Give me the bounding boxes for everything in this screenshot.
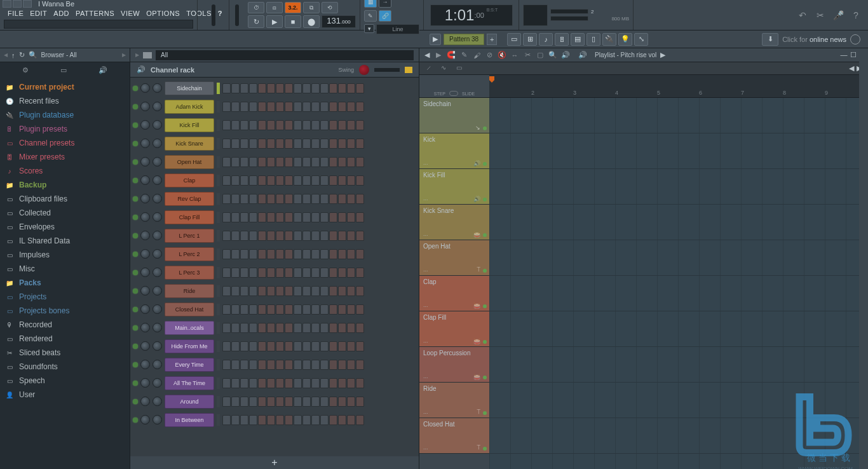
channel-select[interactable] — [217, 193, 220, 205]
channel-name-button[interactable]: Hide From Me — [165, 339, 214, 353]
track-mute-led[interactable] — [483, 411, 487, 415]
channel-pan-knob[interactable] — [140, 83, 150, 93]
step-button[interactable] — [311, 286, 320, 296]
step-button[interactable] — [329, 415, 337, 425]
step-button[interactable] — [258, 175, 266, 186]
browser-options-icon[interactable]: ⚙ — [22, 66, 29, 74]
step-button[interactable] — [320, 286, 329, 296]
step-button[interactable] — [276, 415, 284, 425]
step-button[interactable] — [258, 157, 266, 167]
step-button[interactable] — [222, 397, 231, 407]
step-button[interactable] — [276, 323, 284, 333]
pattern-tab-icon[interactable]: ▭ — [456, 64, 466, 73]
step-button[interactable] — [285, 194, 293, 204]
channel-name-button[interactable]: Open Hat — [165, 155, 214, 169]
step-button[interactable] — [338, 194, 346, 204]
step-button[interactable] — [285, 304, 293, 315]
scroll-left-arrow[interactable]: ◀ — [849, 64, 854, 72]
channel-vol-knob[interactable] — [153, 415, 162, 425]
channel-vol-knob[interactable] — [153, 231, 162, 240]
step-button[interactable] — [294, 175, 302, 186]
browser-item[interactable]: 🎚Plugin presets — [0, 122, 130, 136]
step-button[interactable] — [285, 268, 293, 278]
step-button[interactable] — [311, 397, 320, 407]
step-button[interactable] — [240, 212, 248, 222]
step-button[interactable] — [294, 231, 302, 241]
step-button[interactable] — [267, 157, 275, 167]
tempo-display[interactable]: 131 .000 — [322, 15, 356, 28]
master-pitch-slider[interactable] — [235, 4, 239, 26]
step-button[interactable] — [311, 249, 320, 259]
step-button[interactable] — [285, 360, 293, 370]
step-button[interactable] — [356, 360, 364, 370]
channel-mute-led[interactable] — [133, 233, 138, 238]
step-button[interactable] — [285, 378, 293, 388]
browser-item[interactable]: ▭Clipboard files — [0, 192, 130, 206]
channel-rack-options[interactable] — [405, 67, 412, 73]
step-button[interactable] — [285, 286, 293, 296]
channel-mute-led[interactable] — [133, 270, 138, 275]
pattern-song-toggle[interactable]: ↻ — [248, 15, 264, 28]
step-button[interactable] — [240, 397, 248, 407]
channel-mute-led[interactable] — [133, 178, 138, 183]
channel-vol-knob[interactable] — [153, 397, 162, 406]
browser-item[interactable]: 🎛Mixer presets — [0, 150, 130, 164]
track-mute-led[interactable] — [483, 304, 487, 308]
step-button[interactable] — [249, 157, 257, 167]
playlist-track-header[interactable]: Loop Percussion...🥁 — [419, 347, 489, 383]
channel-name-button[interactable]: Ride — [165, 284, 214, 298]
tempo-tap-button[interactable]: ▯ — [587, 33, 600, 46]
pattern-add-button[interactable]: + — [487, 34, 497, 45]
step-button[interactable] — [294, 286, 302, 296]
step-button[interactable] — [311, 323, 320, 333]
step-button[interactable] — [276, 231, 284, 241]
channel-name-button[interactable]: Closed Hat — [165, 302, 214, 316]
step-button[interactable] — [347, 249, 355, 259]
channel-vol-knob[interactable] — [153, 341, 162, 351]
channel-pan-knob[interactable] — [140, 249, 150, 259]
step-button[interactable] — [231, 231, 240, 241]
browser-item[interactable]: 📁Packs — [0, 276, 130, 290]
step-button[interactable] — [302, 397, 311, 407]
channel-select[interactable] — [217, 414, 220, 426]
step-button[interactable] — [302, 323, 311, 333]
step-button[interactable] — [276, 212, 284, 222]
channel-mute-led[interactable] — [133, 344, 138, 349]
browser-item[interactable]: ▭Rendered — [0, 332, 130, 346]
step-button[interactable] — [276, 194, 284, 204]
step-button[interactable] — [222, 323, 231, 333]
pattern-selector[interactable]: Pattern 38 — [444, 34, 484, 45]
browser-item[interactable]: 📁Current project — [0, 80, 130, 94]
channel-select[interactable] — [217, 175, 220, 186]
paint-tool-icon[interactable]: 🖌 — [471, 50, 482, 60]
step-button[interactable] — [338, 323, 346, 333]
browser-button[interactable]: ▤ — [571, 33, 585, 46]
channel-vol-knob[interactable] — [153, 175, 162, 185]
step-button[interactable] — [222, 157, 231, 167]
add-channel-button[interactable]: + — [130, 456, 419, 469]
step-button[interactable] — [338, 304, 346, 315]
step-button[interactable] — [356, 157, 364, 167]
channel-rack-collapse[interactable]: ▶ — [135, 52, 139, 58]
step-button[interactable] — [222, 102, 231, 112]
undo-history-button[interactable]: ↶ — [796, 8, 810, 22]
step-button[interactable] — [249, 360, 257, 370]
channel-select[interactable] — [217, 304, 220, 315]
step-button[interactable] — [302, 102, 311, 112]
step-button[interactable] — [338, 341, 346, 351]
channel-vol-knob[interactable] — [153, 102, 162, 111]
step-button[interactable] — [320, 323, 329, 333]
channel-name-button[interactable]: L Perc 1 — [165, 229, 214, 243]
browser-item[interactable]: 👤User — [0, 388, 130, 402]
playlist-minimize[interactable]: — — [841, 51, 848, 59]
channel-vol-knob[interactable] — [153, 120, 162, 130]
step-button[interactable] — [311, 212, 320, 222]
channel-select[interactable] — [217, 341, 220, 352]
channel-mute-led[interactable] — [133, 104, 138, 109]
channel-pan-knob[interactable] — [140, 231, 150, 240]
step-button[interactable] — [302, 249, 311, 259]
step-button[interactable] — [356, 304, 364, 315]
step-button[interactable] — [329, 212, 337, 222]
channel-name-button[interactable]: Kick Snare — [165, 137, 214, 151]
channel-mute-led[interactable] — [133, 215, 138, 220]
